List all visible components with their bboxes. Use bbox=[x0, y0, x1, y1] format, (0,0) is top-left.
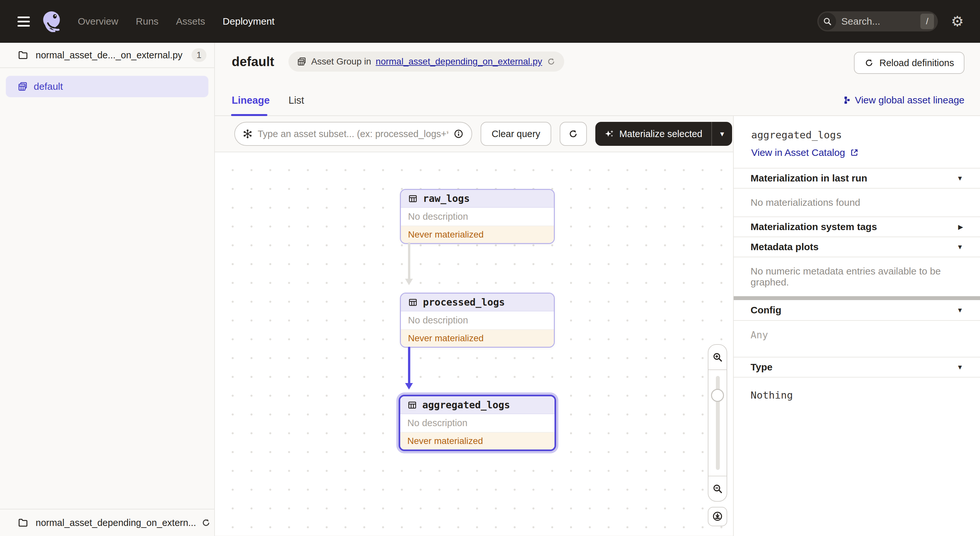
lineage-edge-selected bbox=[408, 347, 410, 384]
page-title: default bbox=[232, 54, 274, 69]
section-title: Metadata plots bbox=[751, 242, 957, 253]
footer-code-location-label: normal_asset_depending_on_extern... bbox=[36, 517, 196, 528]
dagster-logo-icon[interactable] bbox=[41, 11, 63, 32]
nav-item-assets[interactable]: Assets bbox=[176, 16, 205, 27]
asset-node-raw-logs[interactable]: raw_logs No description Never materializ… bbox=[400, 189, 555, 244]
zoom-out-button[interactable] bbox=[708, 476, 727, 501]
search-icon bbox=[819, 13, 836, 30]
asset-node-name: raw_logs bbox=[423, 193, 470, 204]
external-link-icon bbox=[850, 148, 859, 157]
refresh-icon bbox=[568, 129, 579, 139]
chevron-down-icon: ▼ bbox=[957, 307, 963, 314]
download-image-button[interactable] bbox=[708, 507, 727, 526]
asset-node-status: Never materialized bbox=[400, 433, 555, 450]
type-value: Nothing bbox=[734, 377, 980, 412]
hamburger-menu-icon[interactable] bbox=[18, 14, 30, 29]
chevron-down-icon: ▼ bbox=[957, 364, 963, 371]
config-value: Any bbox=[734, 320, 980, 357]
lineage-canvas[interactable]: raw_logs No description Never materializ… bbox=[215, 152, 733, 535]
selected-asset-title: aggregated_logs bbox=[751, 129, 963, 141]
asset-query-input[interactable] bbox=[258, 129, 448, 139]
materialize-selected-label: Materialize selected bbox=[619, 129, 702, 139]
panel-resize-handle[interactable] bbox=[734, 296, 980, 300]
sparkles-icon bbox=[605, 129, 614, 139]
top-nav: Overview Runs Assets Deployment / ⚙ bbox=[0, 0, 980, 43]
reload-definitions-label: Reload definitions bbox=[879, 58, 954, 68]
lineage-graph-area: Clear query Materializ bbox=[215, 116, 733, 536]
table-icon bbox=[408, 194, 418, 204]
materialize-selected-button[interactable]: Materialize selected ▾ bbox=[595, 122, 732, 146]
section-title: Type bbox=[751, 362, 957, 373]
section-metadata-plots[interactable]: Metadata plots ▼ bbox=[734, 237, 980, 257]
section-config[interactable]: Config ▼ bbox=[734, 300, 980, 320]
nav-item-overview[interactable]: Overview bbox=[78, 16, 118, 27]
tab-lineage[interactable]: Lineage bbox=[232, 95, 270, 106]
chevron-right-icon: ▶ bbox=[958, 223, 963, 231]
table-icon bbox=[408, 297, 418, 307]
zoom-in-button[interactable] bbox=[708, 345, 727, 370]
reload-definitions-button[interactable]: Reload definitions bbox=[854, 52, 964, 74]
graph-toolbar: Clear query Materializ bbox=[215, 116, 733, 152]
search-shortcut-key: / bbox=[920, 14, 934, 29]
section-materialization-system-tags[interactable]: Materialization system tags ▶ bbox=[734, 216, 980, 237]
info-icon[interactable] bbox=[453, 129, 464, 139]
no-metadata-text: No numeric metadata entries available to… bbox=[734, 257, 980, 296]
group-label: default bbox=[34, 81, 63, 92]
asset-node-description: No description bbox=[401, 312, 554, 330]
section-materialization-in-last-run[interactable]: Materialization in last run ▼ bbox=[734, 168, 980, 188]
code-location-count-badge: 1 bbox=[191, 48, 207, 62]
section-type[interactable]: Type ▼ bbox=[734, 357, 980, 377]
code-location-label: normal_asset_de..._on_external.py bbox=[36, 50, 191, 60]
asset-node-description: No description bbox=[401, 208, 554, 226]
lineage-graph-icon bbox=[841, 95, 850, 105]
view-global-asset-lineage-link[interactable]: View global asset lineage bbox=[841, 95, 964, 106]
asset-node-processed-logs[interactable]: processed_logs No description Never mate… bbox=[400, 293, 555, 348]
tabs-bar: Lineage List View global asset lineage bbox=[215, 80, 980, 116]
sidebar-footer-code-location[interactable]: normal_asset_depending_on_extern... bbox=[0, 509, 214, 536]
zoom-slider-thumb[interactable] bbox=[711, 389, 724, 402]
section-title: Config bbox=[751, 305, 957, 316]
refresh-icon[interactable] bbox=[201, 518, 211, 528]
asset-node-aggregated-logs[interactable]: aggregated_logs No description Never mat… bbox=[399, 395, 556, 451]
settings-gear-icon[interactable]: ⚙ bbox=[951, 13, 964, 30]
sidebar: normal_asset_de..._on_external.py 1 defa… bbox=[0, 43, 215, 536]
sidebar-item-group-default[interactable]: default bbox=[6, 76, 208, 97]
asset-detail-panel: aggregated_logs View in Asset Catalog Ma… bbox=[733, 116, 980, 536]
view-in-asset-catalog-link[interactable]: View in Asset Catalog bbox=[751, 147, 963, 158]
asset-query-field[interactable] bbox=[234, 122, 472, 146]
refresh-icon bbox=[864, 58, 874, 68]
search-bar[interactable]: / bbox=[817, 11, 938, 32]
asset-group-tag: Asset Group in normal_asset_depending_on… bbox=[288, 51, 564, 72]
zoom-out-icon bbox=[712, 483, 723, 494]
asset-group-icon bbox=[297, 57, 307, 67]
refresh-icon[interactable] bbox=[547, 57, 556, 66]
materialize-dropdown-caret[interactable]: ▾ bbox=[712, 129, 732, 138]
chevron-down-icon: ▼ bbox=[957, 175, 963, 182]
download-icon bbox=[712, 511, 723, 522]
clear-query-label: Clear query bbox=[492, 129, 540, 139]
tab-list[interactable]: List bbox=[288, 95, 304, 106]
asset-node-status: Never materialized bbox=[401, 226, 554, 243]
asset-node-name: processed_logs bbox=[423, 296, 505, 308]
asset-group-tag-link[interactable]: normal_asset_depending_on_external.py bbox=[375, 56, 542, 67]
view-global-asset-lineage-label: View global asset lineage bbox=[855, 95, 964, 106]
sidebar-item-code-location[interactable]: normal_asset_de..._on_external.py 1 bbox=[0, 43, 214, 68]
nav-item-deployment[interactable]: Deployment bbox=[223, 16, 275, 27]
search-input[interactable] bbox=[841, 16, 920, 27]
zoom-controls bbox=[708, 344, 727, 526]
asset-node-name: aggregated_logs bbox=[422, 399, 510, 410]
asset-node-status: Never materialized bbox=[401, 330, 554, 347]
asset-selection-icon bbox=[243, 129, 253, 139]
asset-group-icon bbox=[18, 81, 28, 92]
folder-icon bbox=[18, 49, 29, 60]
nav-item-runs[interactable]: Runs bbox=[136, 16, 159, 27]
refresh-graph-button[interactable] bbox=[560, 122, 587, 146]
zoom-in-icon bbox=[712, 352, 723, 363]
section-title: Materialization in last run bbox=[751, 173, 957, 184]
folder-icon bbox=[18, 517, 29, 528]
view-in-asset-catalog-label: View in Asset Catalog bbox=[751, 147, 845, 158]
section-title: Materialization system tags bbox=[751, 221, 958, 232]
asset-group-tag-prefix: Asset Group in bbox=[311, 56, 371, 67]
chevron-down-icon: ▼ bbox=[957, 243, 963, 251]
clear-query-button[interactable]: Clear query bbox=[480, 122, 551, 146]
